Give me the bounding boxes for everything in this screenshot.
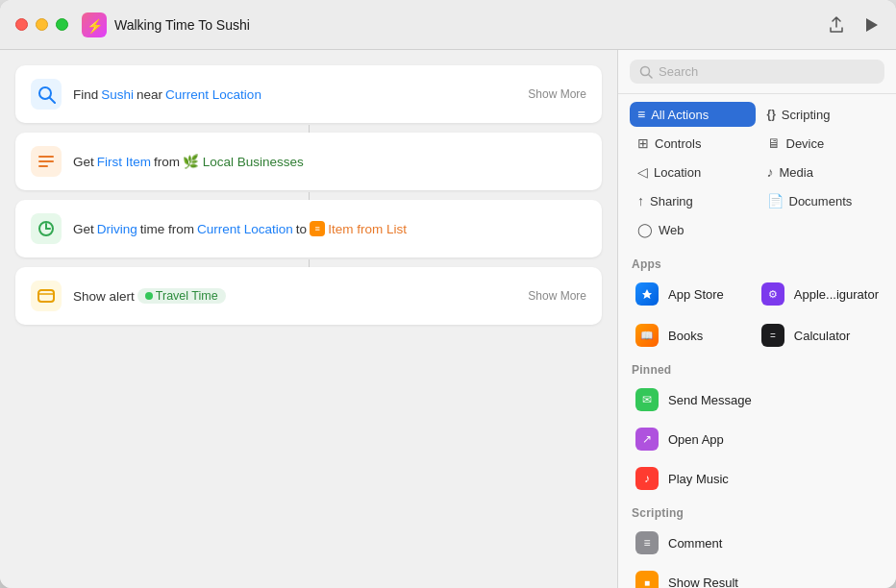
category-web[interactable]: ◯ Web xyxy=(630,217,756,242)
svg-rect-6 xyxy=(38,160,54,162)
maximize-button[interactable] xyxy=(56,18,68,31)
travel-time-label: Travel Time xyxy=(156,289,218,303)
time-from-text: time from xyxy=(140,222,194,236)
step-get-item[interactable]: Get First Item from 🌿 Local Businesses xyxy=(15,133,602,190)
send-message-label: Send Message xyxy=(668,393,752,407)
action-open-app[interactable]: ↗ Open App xyxy=(626,420,888,458)
category-all-actions[interactable]: ≡ All Actions xyxy=(630,102,756,127)
category-media[interactable]: ♪ Media xyxy=(759,159,885,184)
step-find-icon xyxy=(31,79,62,110)
title-actions xyxy=(827,15,881,35)
near-text: near xyxy=(137,87,162,102)
svg-point-3 xyxy=(39,87,51,99)
step-alert-icon xyxy=(31,281,62,311)
action-apple-configurator[interactable]: ⚙ Apple...igurator xyxy=(752,275,888,313)
category-device-label: Device xyxy=(786,136,825,151)
category-location-label: Location xyxy=(654,165,701,180)
current-location-token-1[interactable]: Current Location xyxy=(165,87,261,102)
item-from-list-text: Item from List xyxy=(328,222,407,236)
share-button[interactable] xyxy=(827,15,846,35)
apple-configurator-icon: ⚙ xyxy=(761,282,784,306)
find-sushi-token[interactable]: Sushi xyxy=(101,87,134,102)
svg-rect-7 xyxy=(38,165,48,167)
driving-token[interactable]: Driving xyxy=(97,222,137,236)
action-play-music[interactable]: ♪ Play Music xyxy=(626,459,888,498)
controls-icon: ⊞ xyxy=(637,135,649,151)
step-driving-icon xyxy=(31,213,62,244)
app-icon: ⚡ xyxy=(82,12,107,37)
scripting-section-header: Scripting xyxy=(626,499,888,524)
actions-list: Apps App Store ⚙ App xyxy=(618,250,896,588)
traffic-lights xyxy=(15,18,68,31)
workflow-panel: Find Sushi near Current Location Show Mo… xyxy=(0,50,617,588)
step-find[interactable]: Find Sushi near Current Location Show Mo… xyxy=(15,65,602,123)
main-window: ⚡ Walking Time To Sushi xyxy=(0,0,896,588)
item-list-icon: ≡ xyxy=(310,221,325,236)
category-location[interactable]: ◁ Location xyxy=(630,159,756,184)
step-find-content: Find Sushi near Current Location xyxy=(73,87,528,102)
pill-dot xyxy=(145,292,153,300)
search-bar xyxy=(618,50,896,94)
calculator-label: Calculator xyxy=(794,329,851,343)
send-message-icon: ✉ xyxy=(635,388,659,411)
window-title: Walking Time To Sushi xyxy=(114,17,827,33)
step-show-alert[interactable]: Show alert Travel Time Show More xyxy=(15,267,602,325)
app-store-icon xyxy=(635,282,659,306)
step-get-content: Get First Item from 🌿 Local Businesses xyxy=(73,154,586,169)
action-show-result[interactable]: ■ Show Result xyxy=(626,563,888,588)
step-get-driving[interactable]: Get Driving time from Current Location t… xyxy=(15,200,602,257)
action-app-store[interactable]: App Store xyxy=(626,275,750,313)
alert-show-more[interactable]: Show More xyxy=(528,289,586,303)
category-scripting-label: Scripting xyxy=(782,108,831,122)
find-text: Find xyxy=(73,87,98,102)
actions-panel: ≡ All Actions {} Scripting ⊞ Controls 🖥 … xyxy=(617,50,896,588)
connector-1 xyxy=(15,125,602,133)
play-music-icon: ♪ xyxy=(635,467,659,490)
connector-3 xyxy=(15,259,602,267)
titlebar: ⚡ Walking Time To Sushi xyxy=(0,0,896,50)
svg-rect-5 xyxy=(38,156,54,158)
action-send-message[interactable]: ✉ Send Message xyxy=(626,380,888,419)
category-device[interactable]: 🖥 Device xyxy=(759,131,885,156)
show-result-icon: ■ xyxy=(635,571,659,588)
svg-text:⚡: ⚡ xyxy=(87,18,104,35)
find-show-more[interactable]: Show More xyxy=(528,87,586,101)
search-icon xyxy=(639,65,653,79)
current-location-token-2[interactable]: Current Location xyxy=(197,222,293,236)
categories-row: ≡ All Actions {} Scripting ⊞ Controls 🖥 … xyxy=(618,94,896,250)
connector-2 xyxy=(15,192,602,200)
category-controls[interactable]: ⊞ Controls xyxy=(630,131,756,156)
travel-time-pill[interactable]: Travel Time xyxy=(137,288,226,304)
step-alert-content: Show alert Travel Time xyxy=(73,288,528,304)
svg-rect-11 xyxy=(38,290,54,302)
category-all-actions-label: All Actions xyxy=(651,108,709,122)
action-calculator[interactable]: = Calculator xyxy=(752,316,888,355)
category-documents-label: Documents xyxy=(789,194,853,208)
close-button[interactable] xyxy=(15,18,28,31)
action-books[interactable]: 📖 Books xyxy=(626,316,750,355)
get-text: Get xyxy=(73,155,94,169)
svg-marker-2 xyxy=(866,18,878,32)
sharing-icon: ↑ xyxy=(637,193,644,208)
local-businesses-token[interactable]: 🌿 Local Businesses xyxy=(183,154,304,169)
category-web-label: Web xyxy=(659,223,684,237)
category-scripting[interactable]: {} Scripting xyxy=(759,102,885,127)
svg-line-4 xyxy=(50,98,55,103)
show-alert-text: Show alert xyxy=(73,289,135,304)
action-comment[interactable]: ≡ Comment xyxy=(626,524,888,562)
run-button[interactable] xyxy=(861,15,881,35)
search-input-wrap[interactable] xyxy=(630,60,884,84)
item-from-list-token[interactable]: ≡ Item from List xyxy=(310,221,407,236)
calculator-icon: = xyxy=(761,324,784,347)
documents-icon: 📄 xyxy=(767,193,784,208)
apple-configurator-label: Apple...igurator xyxy=(794,287,879,302)
first-item-token[interactable]: First Item xyxy=(97,155,151,169)
location-icon: ◁ xyxy=(637,164,648,180)
minimize-button[interactable] xyxy=(36,18,48,31)
search-input[interactable] xyxy=(659,64,875,79)
media-icon: ♪ xyxy=(767,164,774,180)
to-text: to xyxy=(296,222,307,236)
category-sharing[interactable]: ↑ Sharing xyxy=(630,188,756,213)
apps-section-header: Apps xyxy=(626,250,888,275)
category-documents[interactable]: 📄 Documents xyxy=(759,188,885,213)
